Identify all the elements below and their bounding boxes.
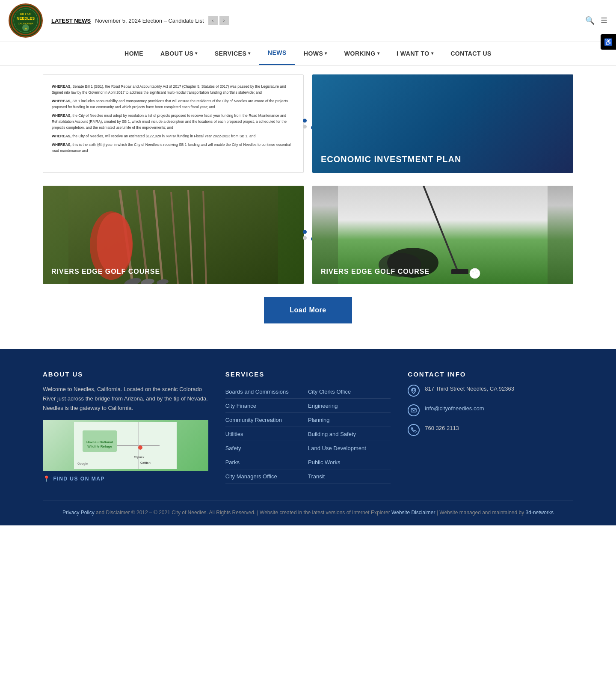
list-item[interactable]: Public Works	[308, 455, 391, 469]
list-item[interactable]: Engineering	[308, 399, 391, 413]
news-prev-button[interactable]: ‹	[208, 16, 218, 25]
footer-bottom: Privacy Policy and Disclaimer © 2012 – ©…	[43, 501, 573, 517]
card-golf-left-wrapper: RIVERS EDGE GOLF COURSE ›	[43, 186, 304, 284]
contact-info-items: 817 Third Street Needles, CA 92363 info@…	[408, 385, 573, 436]
find-us-map-link[interactable]: 📍 FIND US ON MAP	[43, 475, 208, 482]
list-item[interactable]: Building and Safety	[308, 427, 391, 441]
list-item[interactable]: Planning	[308, 413, 391, 427]
cards-row-1: WHEREAS, Senate Bill 1 (SB1), the Road R…	[43, 74, 573, 173]
hows-caret: ▾	[325, 51, 327, 56]
card2-dot-inactive	[303, 125, 307, 129]
load-more-section: Load More	[43, 297, 573, 323]
email-link[interactable]: info@cityofneedles.com	[425, 405, 484, 412]
footer-about-heading: ABOUT US	[43, 371, 208, 378]
card-golf-right-wrapper: RIVERS EDGE GOLF COURSE	[312, 186, 573, 284]
i-want-to-caret: ▾	[431, 51, 434, 56]
contact-email: info@cityofneedles.com	[425, 404, 484, 413]
footer-map[interactable]: Havasu National Wildlife Refuge Topock C…	[43, 420, 208, 471]
footer-contact-heading: CONTACT INFO	[408, 371, 573, 378]
privacy-policy-link[interactable]: Privacy Policy	[62, 510, 95, 516]
accessibility-button[interactable]: ♿	[601, 34, 616, 50]
address-icon	[408, 385, 420, 397]
card2-slider-controls	[303, 119, 307, 129]
menu-icon[interactable]: ☰	[601, 16, 607, 25]
nav-contact-us[interactable]: CONTACT US	[442, 42, 500, 65]
header-icons: 🔍 ☰	[585, 16, 607, 25]
nav-i-want-to[interactable]: I WANT TO ▾	[388, 42, 442, 65]
svg-point-18	[97, 213, 133, 274]
footer-bottom-text: Privacy Policy and Disclaimer © 2012 – ©…	[43, 509, 573, 517]
logo-wrap[interactable]: CITY OF NEEDLES CALIFORNIA ★	[9, 3, 43, 38]
map-image: Havasu National Wildlife Refuge Topock C…	[43, 420, 208, 471]
footer-about: ABOUT US Welcome to Needles, California.…	[43, 371, 208, 483]
contact-address: 817 Third Street Needles, CA 92363	[425, 385, 514, 393]
footer-services: SERVICES Boards and Commissions City Fin…	[225, 371, 391, 483]
list-item[interactable]: Transit	[308, 469, 391, 483]
svg-text:Topock: Topock	[134, 456, 144, 459]
svg-text:Wildlife Refuge: Wildlife Refuge	[87, 445, 112, 448]
svg-point-35	[138, 445, 142, 450]
svg-point-25	[477, 273, 478, 274]
footer-copyright-text: and Disclaimer © 2012 – © 2021 City of N…	[96, 510, 391, 516]
nav-news[interactable]: NEWS	[259, 42, 295, 65]
main-content: WHEREAS, Senate Bill 1 (SB1), the Road R…	[0, 66, 616, 349]
site-header: CITY OF NEEDLES CALIFORNIA ★ LATEST NEWS…	[0, 0, 616, 66]
doc-para-3: WHEREAS, the City of Needles must adopt …	[52, 113, 295, 130]
footer-grid: ABOUT US Welcome to Needles, California.…	[43, 371, 573, 483]
load-more-button[interactable]: Load More	[264, 297, 352, 323]
phone-icon	[408, 424, 420, 436]
cards-row-2: RIVERS EDGE GOLF COURSE ›	[43, 186, 573, 284]
nav-hows[interactable]: HOWS ▾	[295, 42, 336, 65]
contact-phone: 760 326 2113	[425, 424, 459, 433]
list-item[interactable]: Land Use Development	[308, 441, 391, 455]
website-disclaimer-link[interactable]: Website Disclaimer	[391, 510, 435, 516]
doc-para-4: WHEREAS, the City of Needles, will recei…	[52, 133, 295, 139]
list-item[interactable]: City Finance	[225, 399, 308, 413]
card-golf-right-title: RIVERS EDGE GOLF COURSE	[321, 268, 429, 276]
doc-para-1: WHEREAS, Senate Bill 1 (SB1), the Road R…	[52, 83, 295, 95]
svg-rect-21	[451, 269, 468, 274]
card4-dot-active	[303, 230, 307, 234]
find-us-label: FIND US ON MAP	[53, 476, 105, 482]
list-item[interactable]: Parks	[225, 455, 308, 469]
company-link[interactable]: 3d-networks	[526, 510, 554, 516]
nav-home[interactable]: HOME	[116, 42, 152, 65]
nav-working[interactable]: WORKING ▾	[336, 42, 388, 65]
card4-dot-inactive	[303, 236, 307, 240]
nav-services[interactable]: SERVICES ▾	[206, 42, 259, 65]
svg-text:★: ★	[25, 27, 27, 30]
doc-para-5: WHEREAS, this is the sixth (6th) year in…	[52, 142, 295, 154]
card2-dot-active	[303, 119, 307, 123]
footer-services-heading: SERVICES	[225, 371, 391, 378]
list-item[interactable]: Safety	[225, 441, 308, 455]
news-nav-arrows: ‹ ›	[208, 16, 229, 25]
card-golf-right[interactable]: RIVERS EDGE GOLF COURSE	[312, 186, 573, 284]
card-eip[interactable]: ECONOMIC INVESTMENT PLAN	[312, 74, 573, 173]
list-item[interactable]: Community Recreation	[225, 413, 308, 427]
card-golf-left[interactable]: RIVERS EDGE GOLF COURSE	[43, 186, 304, 284]
svg-point-22	[470, 268, 480, 279]
search-icon[interactable]: 🔍	[585, 16, 595, 25]
card-golf-left-title: RIVERS EDGE GOLF COURSE	[51, 268, 160, 276]
about-us-caret: ▾	[195, 51, 198, 56]
doc-para-2: WHEREAS, SB 1 includes accountability an…	[52, 98, 295, 110]
site-footer: ABOUT US Welcome to Needles, California.…	[0, 349, 616, 525]
svg-text:Google: Google	[77, 462, 88, 466]
map-svg: Havasu National Wildlife Refuge Topock C…	[74, 422, 177, 469]
footer-about-text: Welcome to Needles, California. Located …	[43, 385, 208, 413]
svg-text:NEEDLES: NEEDLES	[17, 16, 35, 21]
services-col-2: City Clerks Office Engineering Planning …	[308, 385, 391, 483]
card-document[interactable]: WHEREAS, Senate Bill 1 (SB1), the Road R…	[43, 74, 304, 173]
list-item[interactable]: Boards and Commissions	[225, 385, 308, 399]
list-item[interactable]: City Managers Office	[225, 469, 308, 483]
svg-text:CITY OF: CITY OF	[20, 12, 32, 15]
card4-slider-controls	[303, 230, 307, 240]
svg-point-24	[475, 270, 477, 272]
working-caret: ▾	[377, 51, 380, 56]
nav-about-us[interactable]: ABOUT US ▾	[152, 42, 206, 65]
list-item[interactable]: City Clerks Office	[308, 385, 391, 399]
list-item[interactable]: Utilities	[225, 427, 308, 441]
services-col-1: Boards and Commissions City Finance Comm…	[225, 385, 308, 483]
contact-phone-row: 760 326 2113	[408, 424, 573, 436]
news-next-button[interactable]: ›	[219, 16, 229, 25]
